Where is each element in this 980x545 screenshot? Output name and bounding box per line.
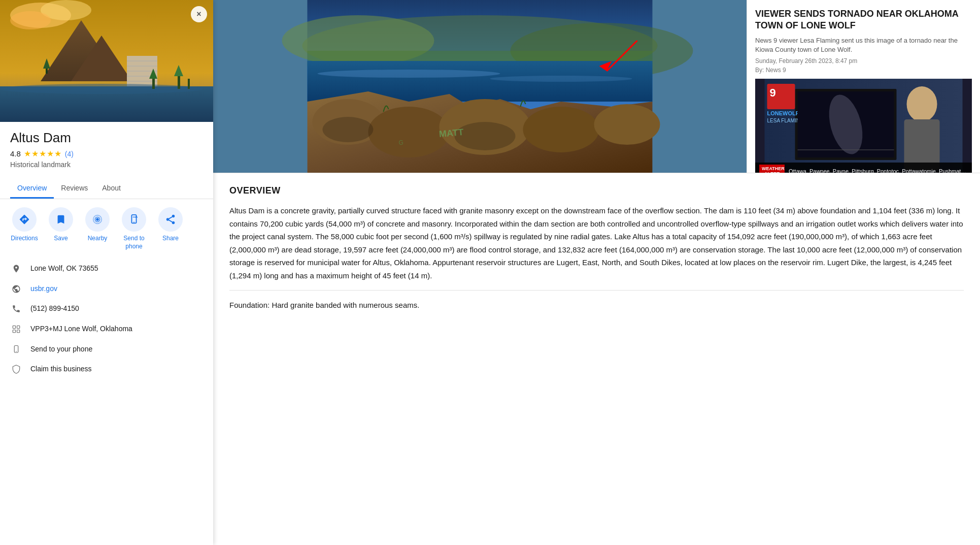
svg-point-46 — [368, 107, 450, 157]
svg-text:LONEWOLF: LONEWOLF — [767, 110, 799, 116]
news-image: 9 LONEWOLF LESA FLAMING WEATHER ALERT — [755, 79, 972, 173]
alert-text: Ottawa, Pawnee, Payne, Pittsburg, Pontot… — [789, 168, 968, 173]
svg-rect-31 — [17, 326, 20, 328]
place-type: Historical landmark — [10, 161, 203, 169]
directions-label: Directions — [11, 235, 38, 243]
svg-line-28 — [169, 220, 172, 222]
phone-icon — [10, 304, 22, 313]
news-subtitle: News 9 viewer Lesa Flaming sent us this … — [755, 36, 972, 54]
save-label: Save — [54, 235, 67, 243]
overview-section: OVERVIEW Altus Dam is a concrete gravity… — [213, 173, 980, 545]
phone-row[interactable]: (512) 899-4150 — [0, 299, 213, 319]
left-panel: × Altus Dam 4.8 ★★★★★ (4) Historical lan… — [0, 0, 213, 545]
overview-divider — [229, 290, 964, 291]
svg-line-29 — [169, 217, 172, 219]
tab-overview[interactable]: Overview — [10, 179, 54, 199]
svg-point-25 — [172, 215, 175, 218]
right-panel: MATT G VIEWER SENDS TORNADO NEAR OKLAHOM… — [213, 0, 980, 545]
claim-row[interactable]: Claim this business — [0, 359, 213, 379]
tab-about[interactable]: About — [95, 179, 128, 199]
overview-foundation: Foundation: Hard granite banded with num… — [229, 299, 964, 312]
news-byline: By: News 9 — [755, 67, 972, 74]
svg-point-43 — [490, 76, 632, 82]
place-info: Altus Dam 4.8 ★★★★★ (4) Historical landm… — [0, 122, 213, 179]
website-row[interactable]: usbr.gov — [0, 279, 213, 299]
svg-rect-21 — [188, 79, 190, 89]
website-text[interactable]: usbr.gov — [30, 284, 57, 294]
svg-point-35 — [16, 351, 17, 352]
rating-row: 4.8 ★★★★★ (4) — [10, 149, 203, 158]
svg-point-48 — [523, 107, 599, 152]
directions-icon — [12, 207, 37, 232]
svg-point-26 — [166, 218, 170, 221]
nearby-label: Nearby — [88, 235, 108, 243]
save-button[interactable]: Save — [45, 207, 77, 250]
pluscode-icon — [10, 325, 22, 334]
svg-point-16 — [0, 84, 203, 94]
share-icon — [158, 207, 183, 232]
directions-button[interactable]: Directions — [8, 207, 41, 250]
pluscode-text: VPP3+MJ Lone Wolf, Oklahoma — [30, 324, 132, 334]
send-to-phone-label: Send tophone — [123, 235, 144, 250]
place-name: Altus Dam — [10, 130, 203, 146]
weather-alert-bar: WEATHER ALERT Ottawa, Pawnee, Payne, Pit… — [755, 163, 972, 173]
svg-point-50 — [323, 117, 374, 142]
news-panel: VIEWER SENDS TORNADO NEAR OKLAHOMA TOWN … — [747, 0, 980, 173]
svg-point-42 — [318, 70, 500, 78]
top-section: MATT G VIEWER SENDS TORNADO NEAR OKLAHOM… — [213, 0, 980, 173]
overview-body: Altus Dam is a concrete gravity, partial… — [229, 204, 964, 282]
rating-count[interactable]: (4) — [65, 150, 74, 158]
svg-rect-32 — [13, 330, 15, 332]
alert-badge: WEATHER ALERT — [759, 165, 785, 173]
save-icon — [49, 207, 73, 232]
svg-point-49 — [594, 104, 660, 145]
svg-rect-33 — [17, 330, 20, 332]
send-to-phone-icon — [122, 207, 146, 232]
info-section: Lone Wolf, OK 73655 usbr.gov (512) 899-4… — [0, 254, 213, 383]
action-buttons: Directions Save Nearby Send tophone Shar… — [0, 199, 213, 254]
location-icon — [10, 264, 22, 273]
close-button[interactable]: × — [191, 6, 207, 22]
svg-point-3 — [10, 11, 51, 29]
nearby-button[interactable]: Nearby — [81, 207, 114, 250]
svg-point-27 — [172, 221, 175, 225]
tabs: Overview Reviews About — [0, 179, 213, 199]
send-phone-row-icon — [10, 345, 22, 354]
share-button[interactable]: Share — [154, 207, 187, 250]
main-landscape-image[interactable]: MATT G — [213, 0, 747, 173]
nearby-icon — [85, 207, 110, 232]
svg-rect-30 — [13, 326, 15, 328]
claim-text: Claim this business — [30, 364, 92, 374]
svg-text:9: 9 — [770, 86, 776, 99]
phone-text: (512) 899-4150 — [30, 304, 79, 314]
svg-text:MATT: MATT — [438, 127, 464, 139]
address-row[interactable]: Lone Wolf, OK 73655 — [0, 259, 213, 279]
svg-point-58 — [907, 86, 937, 122]
send-phone-row[interactable]: Send to your phone — [0, 339, 213, 360]
share-label: Share — [162, 235, 179, 243]
address-text: Lone Wolf, OK 73655 — [30, 264, 98, 274]
place-photo[interactable]: × — [0, 0, 213, 122]
overview-title: OVERVIEW — [229, 185, 964, 196]
svg-text:G: G — [399, 139, 403, 146]
pluscode-row[interactable]: VPP3+MJ Lone Wolf, Oklahoma — [0, 319, 213, 339]
star-icons: ★★★★★ — [24, 149, 62, 158]
svg-point-22 — [96, 218, 99, 221]
claim-icon — [10, 365, 22, 374]
news-image-container[interactable]: 9 LONEWOLF LESA FLAMING WEATHER ALERT — [755, 79, 972, 173]
rating-number: 4.8 — [10, 149, 21, 158]
send-phone-text: Send to your phone — [30, 344, 92, 355]
news-date: Sunday, February 26th 2023, 8:47 pm — [755, 57, 972, 65]
news-title: VIEWER SENDS TORNADO NEAR OKLAHOMA TOWN … — [755, 8, 972, 32]
tab-reviews[interactable]: Reviews — [54, 179, 95, 199]
send-to-phone-button[interactable]: Send tophone — [118, 207, 150, 250]
globe-icon — [10, 284, 22, 294]
